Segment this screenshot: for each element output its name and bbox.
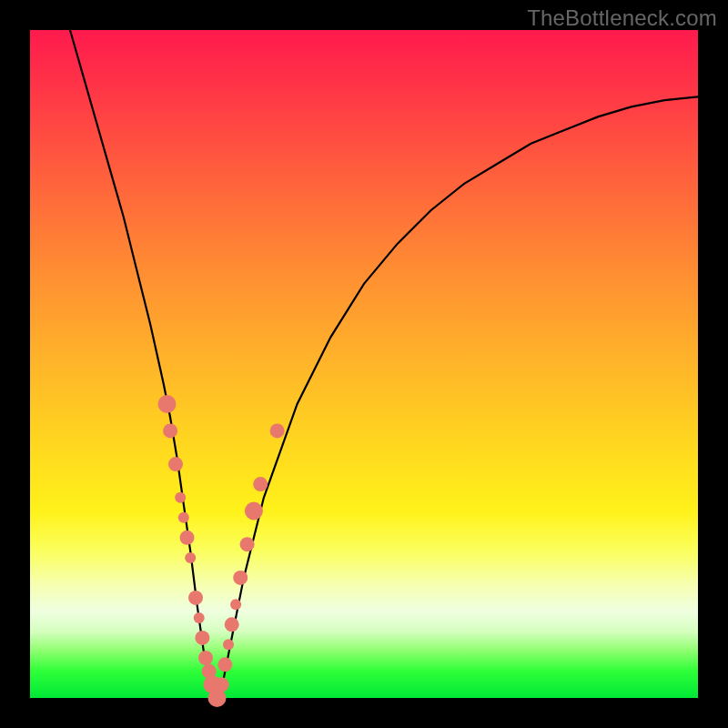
data-point <box>180 531 195 545</box>
data-point <box>195 631 209 645</box>
data-point <box>233 571 248 585</box>
data-point <box>223 639 234 650</box>
data-point <box>240 537 255 551</box>
chart-frame: TheBottleneck.com <box>0 0 728 728</box>
data-point <box>198 651 213 665</box>
data-point <box>188 591 203 605</box>
data-point <box>217 657 232 672</box>
watermark-text: TheBottleneck.com <box>527 5 717 31</box>
curve-layer <box>30 30 698 698</box>
data-point <box>230 599 241 610</box>
bottleneck-curve <box>70 30 698 698</box>
data-point <box>185 552 196 563</box>
data-point <box>163 423 177 438</box>
data-point <box>225 617 239 632</box>
data-point <box>158 395 177 413</box>
plot-area <box>30 30 698 698</box>
data-point <box>253 477 268 491</box>
data-point <box>215 677 229 692</box>
data-point <box>245 502 263 521</box>
data-point <box>178 512 189 523</box>
data-point <box>194 612 205 623</box>
data-point <box>270 423 285 438</box>
marker-layer <box>158 395 285 707</box>
data-point <box>168 457 183 471</box>
data-point <box>175 492 186 503</box>
